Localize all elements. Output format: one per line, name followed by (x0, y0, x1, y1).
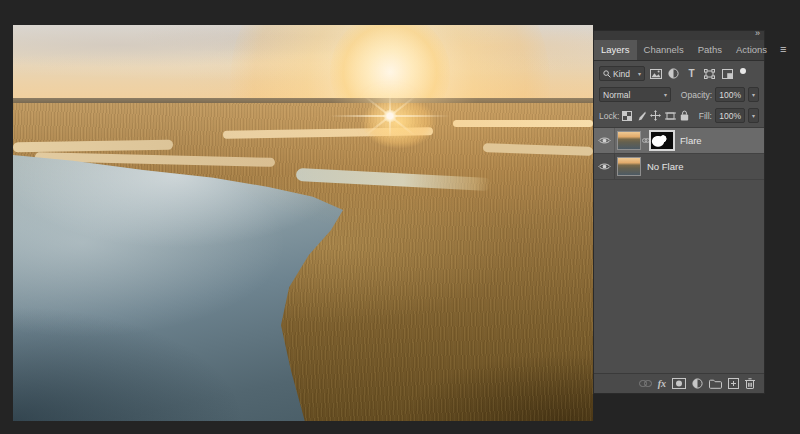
layer-name: Flare (680, 135, 702, 146)
visibility-toggle[interactable] (594, 128, 615, 153)
chevron-down-icon: ▾ (638, 71, 641, 77)
lock-label: Lock: (599, 111, 619, 121)
fill-dropdown-button[interactable]: ▾ (748, 108, 759, 123)
lock-pixels-icon[interactable] (636, 111, 646, 121)
filter-toggle[interactable] (740, 68, 746, 74)
new-adjustment-layer-icon[interactable] (692, 377, 703, 390)
link-layers-icon[interactable] (639, 377, 652, 390)
blend-mode-value: Normal (603, 90, 630, 100)
filter-kind-select[interactable]: Kind ▾ (599, 66, 645, 81)
chevron-down-icon: ▾ (752, 113, 755, 119)
opacity-value-text: 100% (719, 90, 741, 100)
fill-label: Fill: (699, 111, 712, 121)
new-layer-icon[interactable] (728, 377, 739, 390)
opacity-dropdown-button[interactable]: ▾ (748, 87, 759, 102)
opacity-label: Opacity: (681, 90, 712, 100)
filter-kind-value: Kind (613, 69, 630, 79)
eye-icon (598, 162, 611, 171)
fill-value[interactable]: 100% (715, 108, 745, 123)
panel-tab-bar: Layers Channels Paths Actions ≡ (594, 40, 764, 61)
lock-position-icon[interactable] (650, 110, 661, 121)
layer-thumbnail[interactable] (618, 132, 640, 149)
tab-layers[interactable]: Layers (594, 40, 637, 60)
chevron-down-icon: ▾ (752, 92, 755, 98)
delete-layer-icon[interactable] (745, 377, 755, 390)
search-icon (603, 70, 611, 78)
tab-paths[interactable]: Paths (691, 40, 729, 60)
tab-actions[interactable]: Actions (729, 40, 774, 60)
lock-artboard-icon[interactable] (665, 111, 676, 121)
photoshop-window: » Layers Channels Paths Actions ≡ Kind ▾ (0, 0, 800, 434)
pixel-layer-filter-icon[interactable] (648, 67, 663, 81)
layer-mask-thumbnail[interactable] (651, 132, 673, 149)
lock-row: Lock: (599, 107, 759, 124)
layers-list: Flare No Flare (594, 127, 764, 180)
panel-menu-icon[interactable]: ≡ (774, 40, 792, 60)
panel-dock-header: » (594, 31, 764, 40)
layer-row-no-flare[interactable]: No Flare (594, 154, 764, 180)
layers-bottom-toolbar: fx (594, 373, 764, 393)
layers-panel: » Layers Channels Paths Actions ≡ Kind ▾ (593, 30, 765, 394)
opacity-value[interactable]: 100% (715, 87, 745, 102)
blend-mode-select[interactable]: Normal ▾ (599, 87, 671, 102)
layer-name: No Flare (647, 161, 683, 172)
photo-channel (453, 120, 593, 127)
layer-style-icon[interactable]: fx (658, 377, 666, 390)
add-layer-mask-icon[interactable] (672, 377, 686, 390)
blend-row: Normal ▾ Opacity: 100% ▾ (599, 86, 759, 103)
tab-channels[interactable]: Channels (637, 40, 691, 60)
new-group-icon[interactable] (709, 377, 722, 390)
layer-row-flare[interactable]: Flare (594, 128, 764, 154)
shape-layer-filter-icon[interactable] (702, 67, 717, 81)
smart-object-filter-icon[interactable] (720, 67, 735, 81)
type-layer-filter-icon[interactable]: T (684, 67, 699, 81)
adjustment-layer-filter-icon[interactable] (666, 67, 681, 81)
layers-controls: Kind ▾ T (594, 61, 764, 127)
chevron-down-icon: ▾ (664, 92, 667, 98)
layers-empty-area (594, 180, 764, 373)
layer-thumbnail[interactable] (618, 158, 640, 175)
flare-core (383, 109, 397, 123)
collapse-panels-icon[interactable]: » (755, 28, 759, 38)
mask-link-icon[interactable] (641, 138, 650, 143)
visibility-toggle[interactable] (594, 154, 615, 179)
document-canvas[interactable] (13, 25, 593, 421)
lock-transparency-icon[interactable] (622, 111, 632, 121)
lock-icons (622, 110, 689, 121)
filter-row: Kind ▾ T (599, 65, 759, 82)
eye-icon (598, 136, 611, 145)
fill-value-text: 100% (719, 111, 741, 121)
lock-all-icon[interactable] (680, 110, 689, 121)
